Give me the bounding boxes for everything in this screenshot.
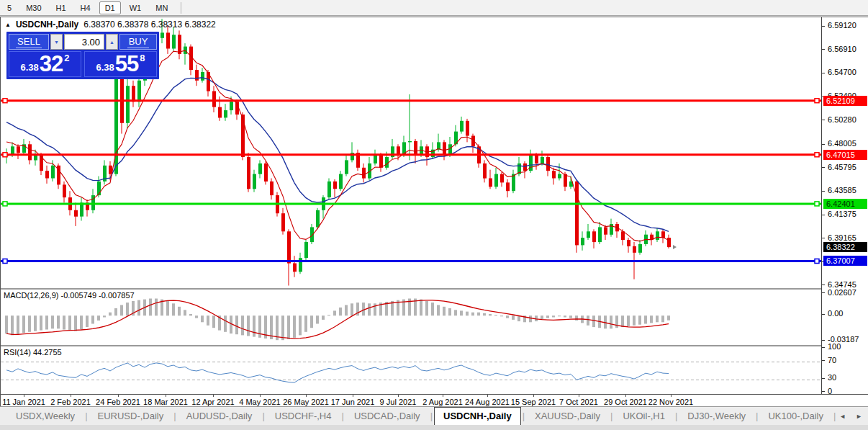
date-tick [213, 395, 214, 397]
date-label: 15 Sep 2021 [511, 398, 556, 406]
date-tick [24, 395, 24, 397]
timeframe-button-h4[interactable]: H4 [75, 2, 96, 14]
tab-xauusd-daily[interactable]: XAUUSD-,Daily [526, 408, 609, 424]
buy-price-panel[interactable]: 6.38 55 8 [84, 51, 157, 77]
hline-price-tag: 6.37007 [823, 256, 867, 266]
axis-tick [822, 238, 825, 238]
hline-price-tag: 6.42401 [823, 199, 867, 209]
date-tick [487, 395, 488, 397]
date-label: 12 Apr 2021 [191, 398, 234, 406]
main-chart-pane[interactable]: ▲ USDCNH-,Daily 6.38370 6.38378 6.38313 … [1, 17, 821, 287]
date-label: 18 Mar 2021 [143, 398, 188, 406]
axis-tick [822, 285, 825, 285]
date-tick [260, 395, 261, 397]
timeframe-button-d1[interactable]: D1 [99, 1, 121, 14]
tab-usdx-weekly[interactable]: USDX,Weekly [7, 408, 83, 424]
current-price-tag: 6.38322 [823, 242, 867, 252]
buy-price-prefix: 6.38 [96, 61, 114, 75]
axis-tick-label: 6.50280 [828, 115, 856, 124]
axis-tick-label: 0.02607 [828, 288, 856, 297]
axis-tick [822, 120, 825, 120]
tab-separator: | [610, 411, 612, 421]
volume-input[interactable]: 3.00 [64, 34, 104, 50]
date-label: 9 Jul 2021 [380, 398, 417, 406]
sell-button[interactable]: SELL [9, 34, 49, 50]
tab-audusd-daily[interactable]: AUDUSD-,Daily [178, 408, 261, 424]
axis-tick [822, 49, 825, 50]
date-tick [671, 395, 672, 397]
axis-tick-label: 6.39165 [828, 233, 856, 242]
timeframe-button-mn[interactable]: MN [150, 2, 173, 14]
one-click-trade-widget: SELL ▼ 3.00 ▲ BUY 6.38 32 2 6.38 55 8 [6, 32, 159, 79]
date-tick [71, 395, 71, 397]
tab-separator: | [262, 411, 264, 421]
buy-price-sup: 8 [140, 53, 145, 63]
axis-tick-label: 6.41375 [828, 210, 856, 218]
date-tick [118, 395, 119, 397]
macd-label: MACD(12,26,9) -0.005749 -0.007857 [4, 291, 135, 300]
timeframe-bar: 5M30H1H4D1W1MN [0, 1, 175, 14]
chart-ohlc-values: 6.38370 6.38378 6.38313 6.38322 [83, 19, 216, 30]
sell-price-sup: 2 [64, 53, 69, 63]
collapse-icon[interactable]: ▲ [5, 22, 11, 28]
rsi-indicator-pane[interactable]: RSI(14) 44.2755 [1, 345, 821, 394]
axis-tick [822, 340, 825, 341]
tab-separator: | [756, 411, 758, 421]
date-label: 24 Feb 2021 [96, 398, 140, 406]
date-tick [625, 395, 626, 397]
axis-tick [822, 360, 825, 361]
hline-price-tag: 6.52109 [823, 96, 867, 106]
tab-separator: | [675, 411, 677, 421]
axis-tick [822, 391, 825, 392]
axis-tick [822, 378, 825, 379]
tab-usdchf-h4[interactable]: USDCHF-,H4 [266, 408, 340, 424]
axis-tick [822, 191, 825, 192]
tab-separator: | [833, 411, 836, 421]
timeframe-button-w1[interactable]: W1 [124, 2, 148, 14]
tab-separator: | [523, 411, 525, 421]
tab-separator: | [430, 411, 433, 421]
tab-separator: | [342, 411, 344, 421]
date-tick [443, 395, 443, 397]
axis-tick-label: 6.48005 [828, 139, 856, 148]
timeframe-button-h1[interactable]: H1 [50, 2, 72, 14]
rsi-plot[interactable] [1, 346, 821, 394]
tab-scroll-right-icon[interactable]: ► [856, 413, 862, 420]
tab-usdcnh-daily[interactable]: USDCNH-,Daily [434, 407, 521, 425]
tab-dj30-weekly[interactable]: DJ30-,Weekly [679, 408, 754, 424]
date-label: 11 Jan 2021 [2, 398, 45, 406]
chart-symbol-label: USDCNH-,Daily [16, 19, 78, 30]
axis-tick [822, 144, 825, 145]
date-tick [166, 395, 166, 397]
price-axis[interactable]: 6.591206.569106.547006.524906.502806.480… [821, 17, 868, 394]
timeframe-toolbar: 5M30H1H4D1W1MN [0, 0, 868, 16]
date-label: 17 Jun 2021 [331, 398, 375, 406]
rsi-label: RSI(14) 44.2755 [4, 348, 62, 357]
axis-tick-label: 6.59120 [828, 21, 856, 30]
sell-price-panel[interactable]: 6.38 32 2 [9, 51, 81, 77]
symbol-tabbar: USDX,Weekly|EURUSD-,Daily|AUDUSD-,Daily|… [0, 406, 868, 425]
tab-separator: | [85, 411, 87, 421]
volume-decrease-button[interactable]: ▼ [50, 34, 63, 50]
tab-eurusd-daily[interactable]: EURUSD-,Daily [89, 408, 173, 424]
date-tick [579, 395, 579, 397]
axis-tick-label: 6.43585 [828, 186, 856, 194]
tab-usdcad-daily[interactable]: USDCAD-,Daily [345, 408, 429, 424]
date-label: 7 Oct 2021 [559, 398, 598, 406]
axis-tick-label: 70 [828, 356, 836, 364]
hline-price-tag: 6.47015 [823, 150, 867, 160]
date-axis[interactable]: 11 Jan 20212 Feb 202124 Feb 202118 Mar 2… [1, 394, 868, 407]
axis-tick-label: 6.56910 [828, 45, 856, 53]
timeframe-button-m30[interactable]: M30 [20, 2, 47, 14]
tab-ukoil-h1[interactable]: UKOil-,H1 [614, 408, 674, 424]
macd-indicator-pane[interactable]: MACD(12,26,9) -0.005749 -0.007857 [1, 288, 821, 344]
axis-tick [822, 73, 825, 73]
date-tick [306, 395, 307, 397]
timeframe-button-5[interactable]: 5 [1, 2, 17, 14]
buy-button[interactable]: BUY [119, 34, 157, 50]
tab-scroll-left-icon[interactable]: ◄ [839, 413, 846, 420]
date-tick [533, 395, 534, 397]
date-label: 22 Nov 2021 [648, 398, 693, 406]
tab-uk100-daily[interactable]: UK100-,Daily [759, 408, 832, 424]
volume-increase-button[interactable]: ▲ [106, 34, 118, 50]
